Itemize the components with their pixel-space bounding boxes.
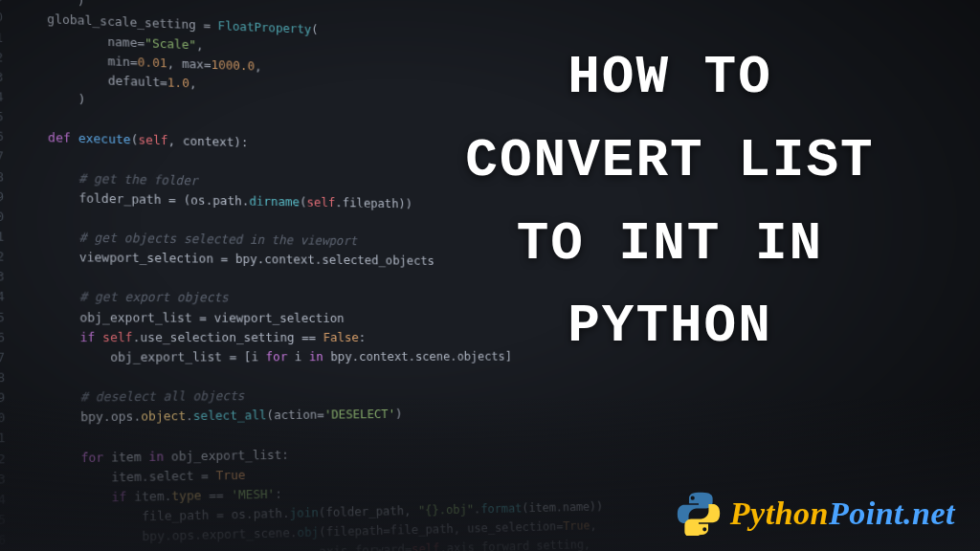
- line-number: 195: [0, 307, 18, 327]
- line-number: 197: [0, 347, 19, 367]
- line-number: 192: [0, 247, 18, 267]
- line-number: 202: [0, 449, 19, 470]
- line-number: 182: [0, 47, 17, 68]
- title-line-1: HOW TO: [402, 36, 938, 120]
- line-number: 183: [0, 67, 17, 88]
- title-line-2: CONVERT LIST: [402, 120, 938, 203]
- brand-part-2: Point.net: [829, 496, 955, 531]
- line-number: 191: [0, 227, 18, 247]
- line-number: 199: [0, 387, 19, 408]
- line-number: 185: [0, 106, 17, 127]
- line-number: 190: [0, 207, 18, 228]
- line-number: 198: [0, 367, 19, 387]
- line-number: 184: [0, 87, 17, 108]
- line-number: 196: [0, 327, 18, 347]
- line-number: 205: [0, 509, 20, 530]
- line-number: 180: [0, 7, 16, 28]
- line-number: 186: [0, 126, 17, 147]
- title-line-4: PYTHON: [402, 285, 938, 368]
- line-number: 188: [0, 166, 17, 187]
- brand-watermark: PythonPoint.net: [677, 492, 955, 536]
- line-number: 200: [0, 408, 19, 430]
- line-number: 203: [0, 469, 19, 490]
- line-number: 206: [0, 530, 20, 551]
- line-number: 181: [0, 27, 17, 48]
- line-number: 201: [0, 429, 19, 450]
- hero-image: 177 ),178 default="*",179 )180 global_sc…: [0, 0, 980, 551]
- title-headline: HOW TO CONVERT LIST TO INT IN PYTHON: [402, 36, 938, 368]
- line-number: 189: [0, 187, 18, 208]
- line-number: 187: [0, 146, 17, 167]
- title-line-3: TO INT IN: [402, 203, 938, 286]
- line-number: 193: [0, 267, 18, 287]
- brand-text: PythonPoint.net: [730, 496, 955, 532]
- python-logo-icon: [677, 492, 721, 536]
- brand-part-1: Python: [730, 496, 829, 531]
- line-number: 194: [0, 287, 18, 307]
- line-number: 204: [0, 489, 19, 510]
